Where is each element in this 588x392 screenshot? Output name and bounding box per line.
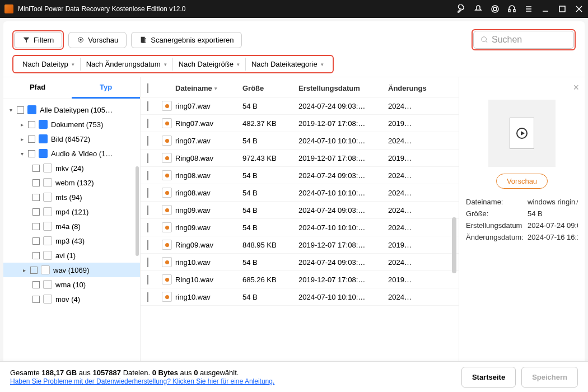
- row-checkbox[interactable]: [147, 153, 148, 163]
- col-created[interactable]: Erstellungsdatum: [298, 84, 388, 92]
- monitor-icon: [27, 105, 36, 114]
- filter-button[interactable]: Filtern: [14, 32, 62, 48]
- globe-icon[interactable]: [491, 4, 500, 13]
- tree-item[interactable]: wma (10): [3, 277, 140, 292]
- filter-bydate[interactable]: Nach Änderungsdatum▾: [80, 58, 172, 71]
- search-input[interactable]: Suchen: [473, 31, 574, 49]
- tree-item[interactable]: mov (4): [3, 292, 140, 306]
- tree-item[interactable]: m4a (8): [3, 219, 140, 234]
- close-icon[interactable]: [575, 4, 584, 13]
- filter-bytype[interactable]: Nach Dateityp▾: [17, 58, 80, 71]
- audio-file-icon: [162, 101, 172, 111]
- funnel-icon: [22, 36, 30, 44]
- filter-bysize[interactable]: Nach Dateigröße▾: [172, 58, 245, 71]
- tree-item[interactable]: webm (132): [3, 175, 140, 190]
- checkbox[interactable]: [28, 121, 35, 128]
- bell-icon[interactable]: [474, 4, 483, 13]
- search-icon: [480, 36, 488, 44]
- table-row[interactable]: Ring08.wav972.43 KB2019-12-07 17:08:…201…: [141, 150, 459, 167]
- tree-item[interactable]: mts (94): [3, 190, 140, 204]
- row-checkbox[interactable]: [147, 171, 148, 180]
- checkbox[interactable]: [32, 208, 40, 216]
- checkbox[interactable]: [32, 165, 40, 172]
- tree-item[interactable]: avi (1): [3, 248, 140, 263]
- window-title: MiniTool Power Data Recovery Kostenlose …: [18, 5, 457, 13]
- row-checkbox[interactable]: [147, 240, 148, 250]
- tree-item[interactable]: mkv (24): [3, 161, 140, 175]
- tab-path[interactable]: Pfad: [3, 77, 72, 99]
- file-icon: [43, 164, 52, 172]
- row-checkbox[interactable]: [147, 223, 148, 232]
- filter-button-label: Filtern: [34, 36, 54, 44]
- key-icon[interactable]: [457, 4, 466, 13]
- col-modified[interactable]: Änderungs: [388, 84, 433, 92]
- checkbox[interactable]: [30, 267, 38, 274]
- table-row[interactable]: ring07.wav54 B2024-07-24 09:03:…2024…: [141, 97, 459, 115]
- tree-root[interactable]: ▾ Alle Dateitypen (105…: [3, 102, 140, 117]
- tab-type[interactable]: Typ: [72, 77, 140, 99]
- table-row[interactable]: ring08.wav54 B2024-07-24 09:03:…2024…: [141, 167, 459, 184]
- checkbox[interactable]: [32, 237, 40, 245]
- chevron-right-icon: ▸: [21, 267, 27, 273]
- row-checkbox[interactable]: [147, 136, 148, 146]
- col-size[interactable]: Größe: [242, 84, 298, 92]
- table-row[interactable]: ring08.wav54 B2024-07-10 10:10:…2024…: [141, 184, 459, 202]
- checkbox[interactable]: [28, 136, 35, 143]
- row-checkbox[interactable]: [147, 188, 148, 198]
- minimize-icon[interactable]: [541, 4, 550, 13]
- select-all-checkbox[interactable]: [147, 83, 148, 93]
- row-checkbox[interactable]: [147, 258, 148, 267]
- table-row[interactable]: ring09.wav54 B2024-07-10 10:10:…2024…: [141, 219, 459, 236]
- table-row[interactable]: ring10.wav54 B2024-07-10 10:10:…2024…: [141, 288, 459, 306]
- scrollbar-thumb[interactable]: [452, 217, 456, 273]
- audio-file-icon: [162, 118, 172, 128]
- table-row[interactable]: Ring10.wav685.26 KB2019-12-07 17:08:…201…: [141, 271, 459, 288]
- save-button[interactable]: Speichern: [521, 367, 578, 388]
- checkbox[interactable]: [32, 179, 40, 186]
- export-icon: [139, 36, 147, 44]
- checkbox[interactable]: [32, 281, 40, 288]
- tree-item[interactable]: ▸wav (1069): [3, 263, 140, 277]
- checkbox[interactable]: [32, 194, 40, 201]
- row-checkbox[interactable]: [147, 101, 148, 111]
- filter-bycat[interactable]: Nach Dateikategorie▾: [245, 58, 329, 71]
- headset-icon[interactable]: [507, 4, 516, 13]
- checkbox[interactable]: [32, 252, 40, 259]
- scrollbar-thumb[interactable]: [136, 166, 139, 256]
- tree-dokument[interactable]: ▸ Dokument (753): [3, 117, 140, 132]
- checkbox[interactable]: [28, 150, 35, 157]
- tree-bild[interactable]: ▸ Bild (64572): [3, 132, 140, 146]
- checkbox[interactable]: [32, 296, 40, 303]
- maximize-icon[interactable]: [558, 4, 567, 13]
- audio-file-icon: [162, 188, 172, 198]
- tree-item[interactable]: mp4 (121): [3, 204, 140, 219]
- thumbnail: [488, 100, 556, 167]
- table-row[interactable]: ring07.wav54 B2024-07-10 10:10:…2024…: [141, 132, 459, 150]
- tree-item[interactable]: mp3 (43): [3, 234, 140, 248]
- chevron-right-icon: ▸: [19, 122, 25, 128]
- preview-button[interactable]: Vorschau: [68, 32, 127, 48]
- table-row[interactable]: ring09.wav54 B2024-07-24 09:03:…2024…: [141, 202, 459, 219]
- close-panel-icon[interactable]: ×: [573, 82, 579, 94]
- preview-file-button[interactable]: Vorschau: [496, 174, 548, 189]
- menu-icon[interactable]: [524, 4, 533, 13]
- file-icon: [43, 251, 52, 260]
- help-link[interactable]: Haben Sie Probleme mit der Datenwiederhe…: [10, 377, 274, 385]
- home-button[interactable]: Startseite: [461, 367, 516, 388]
- row-checkbox[interactable]: [147, 119, 148, 128]
- table-row[interactable]: ring10.wav54 B2024-07-24 09:03:…2024…: [141, 254, 459, 271]
- col-name[interactable]: Dateiname▾: [175, 84, 242, 92]
- export-button-label: Scanergebnis exportieren: [151, 36, 234, 44]
- checkbox[interactable]: [17, 106, 24, 114]
- export-button[interactable]: Scanergebnis exportieren: [131, 32, 242, 48]
- checkbox[interactable]: [32, 223, 40, 230]
- row-checkbox[interactable]: [147, 275, 148, 284]
- row-checkbox[interactable]: [147, 206, 148, 215]
- row-checkbox[interactable]: [147, 292, 148, 302]
- preview-button-label: Vorschau: [88, 36, 118, 44]
- table-row[interactable]: Ring07.wav482.37 KB2019-12-07 17:08:…201…: [141, 115, 459, 132]
- file-icon: [43, 207, 52, 216]
- tree-audiovideo[interactable]: ▾ Audio & Video (1…: [3, 146, 140, 161]
- audio-file-icon: [162, 153, 172, 163]
- table-row[interactable]: Ring09.wav848.95 KB2019-12-07 17:08:…201…: [141, 236, 459, 254]
